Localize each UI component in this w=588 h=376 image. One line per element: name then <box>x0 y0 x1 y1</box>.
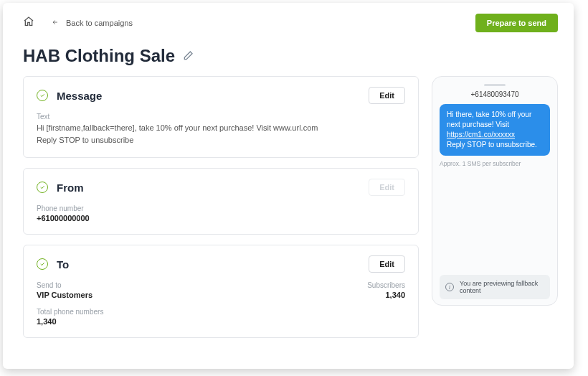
sms-preview-phone: +61480093470 Hi there, take 10% off your… <box>432 76 558 306</box>
page-title: HAB Clothing Sale <box>23 46 558 66</box>
check-icon <box>37 182 48 193</box>
to-title-text: To <box>57 258 69 271</box>
preview-footer: i You are previewing fallback content <box>440 275 550 299</box>
to-card-title: To <box>37 258 69 271</box>
sms-line-1: Hi there, take 10% off your next purchas… <box>447 111 531 128</box>
back-label: Back to campaigns <box>66 19 133 27</box>
phone-number-value: +61000000000 <box>37 214 405 222</box>
message-text-line-1: Hi [firstname,fallback=there], take 10% … <box>37 123 318 132</box>
info-icon: i <box>445 283 454 291</box>
sms-line-3: Reply STOP to unsubscribe. <box>447 141 537 149</box>
message-card: Message Edit Text Hi [firstname,fallback… <box>23 76 419 158</box>
preview-sender-number: +61480093470 <box>440 90 550 98</box>
preview-footer-text: You are previewing fallback content <box>460 280 544 294</box>
from-card-title: From <box>37 182 84 194</box>
check-icon <box>37 90 48 101</box>
from-title-text: From <box>57 182 84 194</box>
message-title-text: Message <box>57 90 102 102</box>
approx-sms-text: Approx. 1 SMS per subscriber <box>440 160 550 167</box>
phone-speaker-icon <box>484 84 506 86</box>
home-icon[interactable] <box>23 16 34 30</box>
prepare-to-send-button[interactable]: Prepare to send <box>475 14 558 32</box>
total-phone-label: Total phone numbers <box>37 308 405 316</box>
subscribers-label: Subscribers <box>367 281 405 289</box>
back-to-campaigns-link[interactable]: Back to campaigns <box>50 19 133 27</box>
message-edit-button[interactable]: Edit <box>369 87 405 104</box>
edit-title-icon[interactable] <box>182 46 194 66</box>
message-text-line-2: Reply STOP to unsubscribe <box>37 136 133 144</box>
to-edit-button[interactable]: Edit <box>369 255 405 273</box>
topbar-left: Back to campaigns <box>23 16 133 30</box>
phone-number-label: Phone number <box>37 205 405 212</box>
sms-bubble: Hi there, take 10% off your next purchas… <box>440 104 550 156</box>
check-icon <box>37 258 48 270</box>
page-title-text: HAB Clothing Sale <box>23 46 175 66</box>
message-text-body: Hi [firstname,fallback=there], take 10% … <box>37 122 405 146</box>
total-phone-value: 1,340 <box>37 317 405 326</box>
message-card-title: Message <box>37 90 102 102</box>
topbar: Back to campaigns Prepare to send <box>23 11 558 34</box>
message-text-label: Text <box>37 113 405 121</box>
subscribers-value: 1,340 <box>367 291 405 299</box>
send-to-label: Send to <box>37 281 93 289</box>
from-card: From Edit Phone number +61000000000 <box>23 168 419 235</box>
sms-link[interactable]: https://cm1.co/xxxxxx <box>447 131 515 138</box>
from-edit-button: Edit <box>369 179 405 196</box>
send-to-value: VIP Customers <box>37 291 93 299</box>
to-card: To Edit Send to VIP Customers Subscriber… <box>23 245 419 338</box>
arrow-left-icon <box>50 19 60 27</box>
